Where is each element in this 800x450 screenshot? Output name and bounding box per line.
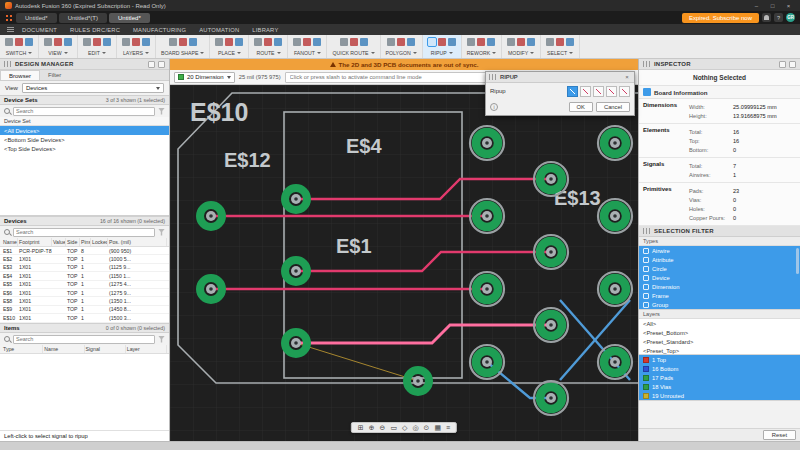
sync-warning-banner[interactable]: The 2D and 3D PCB documents are out of s… [170, 59, 638, 70]
more-options-icon[interactable]: ≡ [446, 424, 450, 431]
menu-item[interactable]: MANUFACTURING [133, 27, 186, 33]
device-row[interactable]: E$4 1X01 TOP 1 (1150 1... [0, 272, 169, 280]
items-search-input[interactable] [13, 335, 155, 344]
tool-icon[interactable] [93, 38, 101, 46]
device-row[interactable]: E$8 1X01 TOP 1 (1350 1... [0, 297, 169, 305]
pad[interactable] [598, 199, 632, 233]
tool-icon[interactable] [487, 38, 495, 46]
drag-handle-icon[interactable] [489, 74, 497, 80]
ripup-dialog-header[interactable]: RIPUP × [486, 72, 634, 83]
tool-icon[interactable] [428, 38, 436, 46]
tool-icon[interactable] [122, 38, 130, 46]
tool-icon[interactable] [438, 38, 446, 46]
filter-icon[interactable] [158, 229, 165, 236]
toolbar-group-label-row[interactable]: FANOUT [294, 50, 321, 56]
zoom-in-icon[interactable]: ⊕ [369, 424, 375, 431]
toolbar-group[interactable]: PLACE [210, 35, 249, 58]
panel-pin-icon[interactable] [789, 61, 796, 68]
tool-icon[interactable] [189, 38, 197, 46]
layer-row[interactable]: 18 Vias [639, 382, 800, 391]
pcb-canvas[interactable]: E$10 E$12 E$4 E$1 E$13 [170, 85, 638, 441]
device-sets-search-input[interactable] [13, 107, 155, 116]
toolbar-group-label-row[interactable]: ROUTE [256, 50, 280, 56]
tool-icon[interactable] [15, 38, 23, 46]
toolbar-group-label-row[interactable]: PLACE [218, 50, 241, 56]
tool-icon[interactable] [387, 38, 395, 46]
tool-icon[interactable] [313, 38, 321, 46]
layer-preset-row[interactable]: <Preset_Bottom> [639, 328, 800, 337]
pad[interactable] [534, 235, 568, 269]
tool-icon[interactable] [274, 38, 282, 46]
layer-preset-row[interactable]: <Preset_Top> [639, 346, 800, 355]
tool-icon[interactable] [44, 38, 52, 46]
pcb-viewport[interactable]: E$10 E$12 E$4 E$1 E$13 [170, 85, 638, 441]
tool-icon[interactable] [407, 38, 415, 46]
tool-icon[interactable] [303, 38, 311, 46]
tool-icon[interactable] [142, 38, 150, 46]
column-header[interactable]: Footprint [18, 238, 52, 246]
panels-menu-icon[interactable] [7, 27, 14, 32]
tool-icon[interactable] [556, 38, 564, 46]
toolbar-group[interactable]: ROUTE [249, 35, 288, 58]
tool-icon[interactable] [225, 38, 233, 46]
cancel-button[interactable]: Cancel [596, 102, 630, 112]
info-icon[interactable]: i [490, 103, 498, 111]
toolbar-group[interactable]: REWORK [462, 35, 502, 58]
filter-type-row[interactable]: Airwire [639, 246, 800, 255]
ripup-via-icon[interactable] [619, 86, 630, 97]
device-set-row[interactable]: <Bottom Side Devices> [0, 135, 169, 144]
menu-item[interactable]: DOCUMENT [22, 27, 57, 33]
document-tab[interactable]: Untitled* [109, 13, 150, 23]
tool-icon[interactable] [477, 38, 485, 46]
pad[interactable] [470, 126, 504, 160]
tool-icon[interactable] [264, 38, 272, 46]
minimize-button[interactable]: – [750, 3, 763, 9]
toolbar-group[interactable]: SELECT [541, 35, 580, 58]
tool-icon[interactable] [235, 38, 243, 46]
close-button[interactable]: × [782, 3, 795, 9]
ripup-all-icon[interactable] [593, 86, 604, 97]
toolbar-group[interactable]: QUICK ROUTE [327, 35, 380, 58]
tool-icon[interactable] [397, 38, 405, 46]
help-icon[interactable]: ? [774, 13, 783, 22]
devices-search-input[interactable] [13, 228, 155, 237]
tool-icon[interactable] [566, 38, 574, 46]
document-tab[interactable]: Untitled*(T) [59, 13, 107, 23]
column-header[interactable]: Side [66, 238, 80, 246]
device-row[interactable]: E$2 1X01 TOP 1 (1000 5... [0, 255, 169, 263]
toolbar-group[interactable]: SWITCH [0, 35, 39, 58]
device-row[interactable]: E$3 1X01 TOP 1 (1125 9... [0, 264, 169, 272]
toolbar-group[interactable]: FANOUT [288, 35, 327, 58]
panel-options-icon[interactable] [779, 61, 786, 68]
zoom-window-icon[interactable]: ▭ [390, 424, 397, 431]
menu-item[interactable]: RULES DRC/ERC [70, 27, 120, 33]
column-header[interactable]: Name [43, 345, 84, 353]
tool-icon[interactable] [103, 38, 111, 46]
reset-button[interactable]: Reset [763, 430, 796, 440]
tool-icon[interactable] [293, 38, 301, 46]
filter-type-row[interactable]: Device [639, 273, 800, 282]
menu-item[interactable]: LIBRARY [252, 27, 278, 33]
toolbar-group[interactable]: MODIFY [502, 35, 541, 58]
tool-icon[interactable] [54, 38, 62, 46]
filter-icon[interactable] [158, 108, 165, 115]
items-section-bar[interactable]: Items 0 of 0 shown (0 selected) [0, 323, 169, 333]
pad[interactable] [285, 188, 307, 210]
pad[interactable] [407, 370, 429, 392]
tool-icon[interactable] [360, 38, 368, 46]
column-header[interactable]: Signal [85, 345, 126, 353]
filter-type-row[interactable]: Group [639, 300, 800, 309]
column-header[interactable]: Layer [126, 345, 167, 353]
toolbar-group-label-row[interactable]: REWORK [467, 50, 496, 56]
tool-icon[interactable] [448, 38, 456, 46]
drag-handle-icon[interactable] [643, 228, 651, 234]
devices-section-bar[interactable]: Devices 16 of 16 shown (0 selected) [0, 216, 169, 226]
device-row[interactable]: E$1 PCR-PDIP-T8 TOP 8 (900 950) [0, 247, 169, 255]
layer-preset-row[interactable]: <Preset_Standard> [639, 337, 800, 346]
tool-icon[interactable] [64, 38, 72, 46]
pad[interactable] [534, 308, 568, 342]
column-header[interactable]: Value [52, 238, 66, 246]
column-header[interactable]: Type [2, 345, 43, 353]
toolbar-group-label-row[interactable]: SWITCH [6, 50, 32, 56]
ripup-signal-icon[interactable] [580, 86, 591, 97]
